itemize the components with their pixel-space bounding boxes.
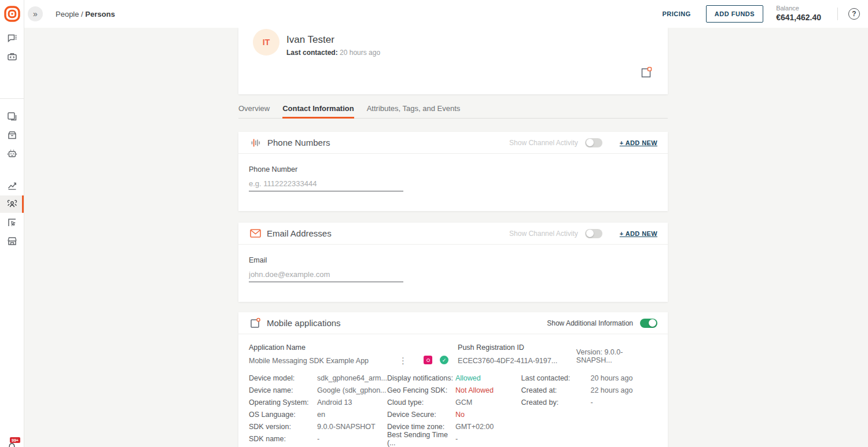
person-name: Ivan Tester	[286, 34, 334, 46]
help-icon[interactable]: ?	[848, 8, 860, 20]
device-details-col3: Last contacted:20 hours ago Created at:2…	[521, 372, 656, 445]
mobile-applications-card: Mobile applications Show Additional Info…	[238, 312, 668, 447]
balance-block: Balance €641,462.40	[776, 5, 821, 23]
detail-row: Geo Fencing SDK:Not Allowed	[387, 384, 521, 396]
additional-information-toggle[interactable]	[640, 319, 657, 328]
phone-numbers-icon	[250, 137, 262, 149]
email-add-new-button[interactable]: + ADD NEW	[620, 230, 657, 237]
email-label: Email	[249, 256, 656, 264]
application-name-value: Mobile Messaging SDK Example App	[249, 357, 399, 365]
detail-row: SDK name:-	[249, 433, 387, 445]
phone-add-new-button[interactable]: + ADD NEW	[620, 139, 657, 146]
detail-row: Created at:22 hours ago	[521, 384, 656, 396]
mobile-app-indicator-icon[interactable]	[641, 67, 652, 79]
tab-contact-information[interactable]: Contact Information	[282, 104, 354, 118]
conversations-icon	[6, 32, 18, 44]
sidebar: 99+ DS	[0, 28, 24, 447]
phone-show-channel-activity-label: Show Channel Activity	[509, 139, 578, 147]
infobip-logo-icon[interactable]	[4, 6, 20, 22]
breadcrumb-section[interactable]: People	[56, 10, 79, 19]
email-show-channel-activity-label: Show Channel Activity	[509, 230, 578, 238]
exchange-icon	[6, 235, 18, 247]
app-logo-glyph	[426, 359, 430, 362]
detail-row: Operating System:Android 13	[249, 396, 387, 408]
bell-icon	[6, 442, 17, 447]
logo-cell	[0, 0, 24, 28]
email-section-title: Email Addresses	[267, 228, 332, 238]
products-icon	[6, 130, 18, 141]
mobile-section-title: Mobile applications	[267, 318, 341, 328]
app-active-check-icon: ✓	[440, 356, 448, 364]
sidebar-item-analytics[interactable]	[0, 177, 24, 194]
breadcrumb[interactable]: People / Persons	[56, 10, 115, 19]
app-version: Version: 9.0.0-SNAPSH...	[576, 348, 656, 365]
phone-channel-activity-toggle[interactable]	[585, 138, 602, 147]
top-bar: » People / Persons PRICING ADD FUNDS Bal…	[0, 0, 868, 28]
balance-label: Balance	[776, 5, 821, 13]
detail-row: Device model:sdk_gphone64_arm...	[249, 372, 387, 384]
email-icon	[250, 229, 261, 238]
detail-row: Best Sending Time (...-	[387, 433, 521, 445]
app-logo-badge	[424, 356, 432, 364]
topbar-divider	[837, 8, 838, 20]
chatbot-icon	[6, 148, 18, 160]
sidebar-item-forms[interactable]	[0, 214, 24, 231]
sidebar-item-developer-tools[interactable]	[0, 48, 24, 65]
forms-icon	[6, 217, 18, 228]
breadcrumb-separator: /	[81, 10, 83, 19]
email-addresses-card: Email Addresses Show Channel Activity + …	[238, 223, 668, 302]
sidebar-item-people[interactable]	[0, 195, 24, 213]
sidebar-expand-button[interactable]: »	[28, 6, 43, 21]
balance-value: €641,462.40	[776, 13, 821, 23]
last-contacted-label: Last contacted:	[286, 49, 338, 57]
person-header-card: IT Ivan Tester Last contacted: 20 hours …	[238, 28, 668, 94]
main-content: IT Ivan Tester Last contacted: 20 hours …	[24, 28, 868, 447]
tab-overview[interactable]: Overview	[238, 104, 270, 118]
channels-icon	[6, 111, 18, 123]
person-avatar: IT	[253, 29, 279, 56]
detail-row: OS Language:en	[249, 408, 387, 420]
push-registration-id-label: Push Registration ID	[458, 343, 576, 352]
email-input[interactable]	[249, 269, 403, 282]
person-last-contacted: Last contacted: 20 hours ago	[286, 49, 380, 57]
phone-numbers-card: Phone Numbers Show Channel Activity + AD…	[238, 132, 668, 211]
device-details-col2: Display notifications:Allowed Geo Fencin…	[387, 372, 521, 445]
sidebar-item-products[interactable]	[0, 127, 24, 144]
phone-number-label: Phone Number	[249, 165, 656, 173]
detail-row: Device name:Google (sdk_gphon...	[249, 384, 387, 396]
device-details-col1: Device model:sdk_gphone64_arm... Device …	[249, 372, 387, 445]
sidebar-item-conversations[interactable]	[0, 29, 24, 47]
detail-row: Cloud type:GCM	[387, 396, 521, 408]
detail-row: SDK version:9.0.0-SNAPSHOT	[249, 420, 387, 433]
show-additional-information-label: Show Additional Information	[547, 319, 633, 327]
tab-bar: Overview Contact Information Attributes,…	[238, 104, 668, 119]
phone-number-input[interactable]	[249, 178, 403, 191]
device-details-grid: Device model:sdk_gphone64_arm... Device …	[238, 365, 668, 445]
analytics-icon	[6, 180, 18, 191]
people-icon	[6, 198, 18, 210]
add-funds-button[interactable]: ADD FUNDS	[706, 5, 763, 23]
detail-row: Device Secure:No	[387, 408, 521, 420]
breadcrumb-page: Persons	[85, 10, 115, 19]
email-channel-activity-toggle[interactable]	[585, 229, 602, 238]
detail-row: Created by:-	[521, 396, 656, 408]
application-row: Application Name Mobile Messaging SDK Ex…	[238, 334, 668, 365]
sidebar-item-channels[interactable]	[0, 108, 24, 125]
sidebar-divider	[0, 98, 24, 99]
tab-attributes-tags-events[interactable]: Attributes, Tags, and Events	[367, 104, 461, 118]
developer-tools-icon	[6, 51, 18, 62]
phone-section-title: Phone Numbers	[267, 138, 330, 147]
application-name-label: Application Name	[249, 343, 399, 352]
sidebar-item-exchange[interactable]	[0, 232, 24, 250]
last-contacted-value: 20 hours ago	[338, 49, 380, 57]
notifications-bell[interactable]: 99+	[0, 437, 24, 447]
app-menu-kebab-icon[interactable]: ⋮	[399, 357, 407, 364]
sidebar-item-chatbot[interactable]	[0, 145, 24, 162]
detail-row: Last contacted:20 hours ago	[521, 372, 656, 384]
mobile-applications-icon	[250, 317, 261, 329]
push-registration-id-value: ECEC3760-4DF2-411A-9197...	[458, 357, 576, 365]
pricing-link[interactable]: PRICING	[663, 10, 691, 17]
detail-row: Display notifications:Allowed	[387, 372, 521, 384]
